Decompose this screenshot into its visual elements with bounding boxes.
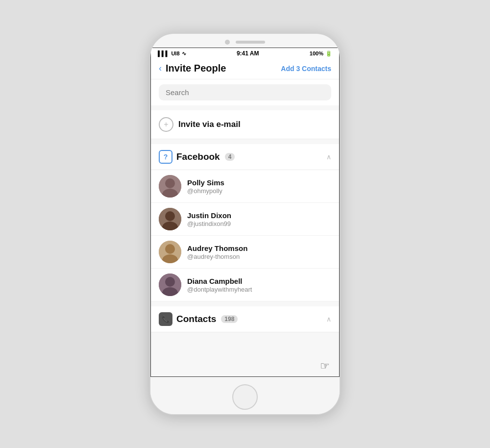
contact-handle: @ohmypolly bbox=[187, 187, 224, 195]
status-time: 9:41 AM bbox=[237, 50, 259, 57]
contact-info: Polly Sims @ohmypolly bbox=[187, 178, 224, 195]
facebook-icon: ? bbox=[159, 150, 172, 164]
content-area: + Invite via e-mail ? Facebook 4 ∧ bbox=[151, 105, 339, 376]
contact-row[interactable]: Audrey Thomson @audrey-thomson bbox=[151, 236, 339, 269]
phone-icon: 📞 bbox=[162, 315, 170, 323]
svg-point-4 bbox=[165, 211, 175, 221]
home-button[interactable] bbox=[232, 384, 258, 410]
contacts-count-badge: 198 bbox=[221, 315, 238, 323]
invite-email-row[interactable]: + Invite via e-mail bbox=[151, 110, 339, 139]
contacts-section-header[interactable]: 📞 Contacts 198 ∧ bbox=[151, 306, 339, 332]
contact-row[interactable]: Diana Campbell @dontplaywithmyheart bbox=[151, 269, 339, 301]
contact-handle: @dontplaywithmyheart bbox=[187, 286, 252, 293]
section-gap-1 bbox=[151, 139, 339, 144]
plus-icon: + bbox=[164, 120, 168, 129]
battery-icon: 🔋 bbox=[325, 50, 332, 57]
svg-point-1 bbox=[165, 178, 175, 188]
phone-top-hardware bbox=[150, 34, 340, 45]
carrier-label: UI8 bbox=[171, 50, 179, 56]
avatar bbox=[159, 208, 181, 230]
search-container bbox=[151, 79, 339, 105]
avatar bbox=[159, 241, 181, 263]
section-gap-top bbox=[151, 105, 339, 110]
contacts-chevron-icon: ∧ bbox=[326, 315, 331, 323]
contact-info: Audrey Thomson @audrey-thomson bbox=[187, 244, 247, 260]
search-input[interactable] bbox=[159, 84, 331, 100]
phone-bottom bbox=[150, 380, 340, 414]
phone-screen: ▌▌▌ UI8 ∿ 9:41 AM 100% 🔋 ‹ Invite People… bbox=[150, 48, 340, 377]
svg-point-7 bbox=[165, 244, 175, 254]
contact-name: Diana Campbell bbox=[187, 277, 252, 285]
front-camera bbox=[225, 40, 230, 45]
contacts-phone-icon: 📞 bbox=[159, 312, 172, 326]
contact-name: Justin Dixon bbox=[187, 211, 231, 220]
contact-name: Polly Sims bbox=[187, 178, 224, 187]
phone-device: ▌▌▌ UI8 ∿ 9:41 AM 100% 🔋 ‹ Invite People… bbox=[149, 33, 341, 415]
battery-label: 100% bbox=[310, 50, 323, 56]
facebook-section-header[interactable]: ? Facebook 4 ∧ bbox=[151, 144, 339, 170]
page-title: Invite People bbox=[166, 63, 281, 74]
status-left: ▌▌▌ UI8 ∿ bbox=[158, 50, 186, 57]
signal-icon: ▌▌▌ bbox=[158, 50, 169, 56]
nav-header: ‹ Invite People Add 3 Contacts bbox=[151, 59, 339, 79]
contact-row[interactable]: Polly Sims @ohmypolly bbox=[151, 170, 339, 203]
contacts-section-title: Contacts bbox=[176, 314, 216, 324]
facebook-section-title: Facebook bbox=[176, 151, 220, 162]
add-contacts-button[interactable]: Add 3 Contacts bbox=[281, 65, 331, 73]
contact-name: Audrey Thomson bbox=[187, 244, 247, 252]
status-right: 100% 🔋 bbox=[310, 50, 332, 57]
speaker-grille bbox=[236, 41, 265, 44]
contact-info: Diana Campbell @dontplaywithmyheart bbox=[187, 277, 252, 293]
avatar bbox=[159, 274, 181, 296]
contact-handle: @justindixon99 bbox=[187, 220, 231, 227]
avatar bbox=[159, 175, 181, 198]
svg-point-10 bbox=[165, 277, 175, 287]
contact-info: Justin Dixon @justindixon99 bbox=[187, 211, 231, 227]
back-button[interactable]: ‹ bbox=[159, 63, 162, 74]
contact-row[interactable]: Justin Dixon @justindixon99 bbox=[151, 203, 339, 236]
facebook-chevron-icon: ∧ bbox=[326, 153, 331, 161]
facebook-question-icon: ? bbox=[164, 153, 168, 161]
wifi-icon: ∿ bbox=[182, 50, 186, 57]
contact-handle: @audrey-thomson bbox=[187, 253, 247, 260]
invite-email-icon: + bbox=[159, 117, 173, 132]
invite-email-label: Invite via e-mail bbox=[178, 120, 241, 129]
facebook-count-badge: 4 bbox=[225, 153, 235, 161]
status-bar: ▌▌▌ UI8 ∿ 9:41 AM 100% 🔋 bbox=[151, 48, 339, 59]
section-gap-2 bbox=[151, 301, 339, 306]
